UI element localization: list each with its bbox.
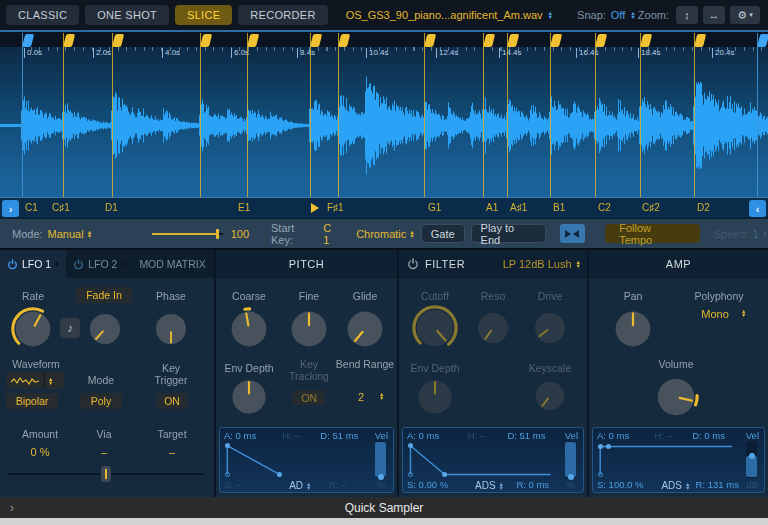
tab-classic[interactable]: CLASSIC xyxy=(6,5,79,25)
keyscale-knob[interactable] xyxy=(532,378,568,418)
amp-envelope-panel[interactable]: A: 0 ms H: – D: 0 ms Vel S: 100.0 % ADS▲… xyxy=(592,427,765,493)
slice-note-label[interactable]: C2 xyxy=(598,202,611,213)
slice-marker-line[interactable] xyxy=(424,33,425,197)
filter-envelope-panel[interactable]: A: 0 ms H: – D: 51 ms Vel S: 0.00 % ADS▲… xyxy=(402,427,584,493)
slice-note-label[interactable]: A♯1 xyxy=(510,202,527,213)
sustain-value[interactable]: S: 100.0 % xyxy=(597,479,643,490)
slice-marker-line[interactable] xyxy=(247,33,248,197)
slice-marker-line[interactable] xyxy=(483,33,484,197)
slice-flag[interactable] xyxy=(483,34,495,47)
follow-tempo-button[interactable]: Follow Tempo xyxy=(605,224,699,243)
slice-note-label[interactable]: E1 xyxy=(238,202,250,213)
envelope-node[interactable] xyxy=(598,472,603,477)
polyphony-value[interactable]: Mono xyxy=(684,308,746,320)
slice-flag[interactable] xyxy=(338,34,350,47)
slice-marker-line[interactable] xyxy=(595,33,596,197)
key-trigger-button[interactable]: ON xyxy=(157,393,187,409)
slice-marker-line[interactable] xyxy=(757,33,758,197)
envelope-graph[interactable] xyxy=(223,441,365,480)
slice-marker-line[interactable] xyxy=(640,33,641,197)
slice-flag[interactable] xyxy=(640,34,652,47)
vel-slider[interactable] xyxy=(375,441,386,478)
slice-flag[interactable] xyxy=(63,34,75,47)
start-key-value[interactable]: C 1 xyxy=(323,222,340,246)
slice-flag[interactable] xyxy=(694,34,706,47)
pitch-env-depth-knob[interactable] xyxy=(228,376,270,422)
filter-power-icon[interactable] xyxy=(407,258,419,270)
speed-selector[interactable]: Speed: 1 ▲▼ xyxy=(714,228,768,240)
via-value[interactable]: – xyxy=(82,446,126,458)
decay-value[interactable]: D: 51 ms xyxy=(320,430,358,441)
slice-flag[interactable] xyxy=(424,34,436,47)
envelope-node[interactable] xyxy=(408,472,413,477)
slice-note-label[interactable]: G1 xyxy=(428,202,441,213)
slice-note-label[interactable]: C♯1 xyxy=(52,202,70,213)
slice-flag[interactable] xyxy=(757,34,768,47)
envelope-mode-selector[interactable]: ADS▲▼ xyxy=(475,480,504,491)
fade-in-knob[interactable] xyxy=(86,310,124,352)
sensitivity-slider[interactable] xyxy=(152,228,223,240)
lfo-waveform-selector[interactable]: ▲▼ xyxy=(6,372,64,389)
vel-handle[interactable] xyxy=(749,453,755,459)
mode-value[interactable]: Manual xyxy=(48,228,84,240)
lfo-mode-value[interactable]: Poly xyxy=(80,393,122,409)
slice-marker-line[interactable] xyxy=(694,33,695,197)
gate-button[interactable]: Gate xyxy=(421,224,465,243)
release-value[interactable]: R: 0 ms xyxy=(516,479,549,490)
envelope-graph[interactable] xyxy=(406,441,555,480)
vel-slider[interactable] xyxy=(746,441,757,478)
drive-knob[interactable] xyxy=(531,309,569,351)
phase-knob[interactable] xyxy=(152,310,190,352)
scroll-right-button[interactable]: ‹ xyxy=(749,200,766,217)
slice-flag[interactable] xyxy=(22,34,34,47)
slice-note-label[interactable]: B1 xyxy=(553,202,565,213)
tempo-sync-button[interactable]: ♪ xyxy=(60,318,80,338)
envelope-mode-selector[interactable]: ADS▲▼ xyxy=(661,480,690,491)
attack-value[interactable]: A: 0 ms xyxy=(597,430,629,441)
tab-mod-matrix[interactable]: MOD MATRIX xyxy=(132,250,212,278)
slice-flag[interactable] xyxy=(310,34,322,47)
snap-selector[interactable]: Snap: Off ▲▼ xyxy=(577,9,636,21)
slice-marker-line[interactable] xyxy=(22,33,23,197)
waveform-display[interactable]: 0.0s2.0s4.0s6.0s8.4s10.4s12.4s14.4s16.4s… xyxy=(0,30,768,197)
slice-flag[interactable] xyxy=(247,34,259,47)
slice-flag[interactable] xyxy=(112,34,124,47)
slice-note-label[interactable]: A1 xyxy=(486,202,498,213)
envelope-graph[interactable] xyxy=(596,441,736,480)
attack-value[interactable]: A: 0 ms xyxy=(224,430,256,441)
slice-flag[interactable] xyxy=(200,34,212,47)
filter-type-value[interactable]: LP 12dB Lush xyxy=(503,258,572,270)
release-value[interactable]: R: 131 ms xyxy=(696,479,739,490)
tab-one-shot[interactable]: ONE SHOT xyxy=(85,5,169,25)
crossfade-button[interactable] xyxy=(560,224,585,243)
envelope-node[interactable] xyxy=(225,443,230,448)
sustain-value[interactable]: S: 0.00 % xyxy=(407,479,448,490)
slice-marker-line[interactable] xyxy=(338,33,339,197)
slice-marker-line[interactable] xyxy=(550,33,551,197)
decay-value[interactable]: D: 0 ms xyxy=(692,430,725,441)
fade-in-selector[interactable]: Fade In xyxy=(76,287,132,303)
lfo-amount-slider[interactable] xyxy=(8,466,204,482)
bipolar-button[interactable]: Bipolar xyxy=(6,393,58,409)
slice-note-label[interactable]: D1 xyxy=(105,202,118,213)
target-value[interactable]: – xyxy=(146,446,198,458)
play-to-end-button[interactable]: Play to End xyxy=(471,224,546,243)
coarse-knob[interactable] xyxy=(227,307,271,355)
disclosure-chevron-icon[interactable]: › xyxy=(10,501,14,515)
slice-flag[interactable] xyxy=(507,34,519,47)
slice-marker-line[interactable] xyxy=(507,33,508,197)
tab-recorder[interactable]: RECORDER xyxy=(238,5,327,25)
volume-knob[interactable] xyxy=(653,374,699,424)
slice-flag-strip[interactable] xyxy=(0,30,768,47)
filter-env-depth-knob[interactable] xyxy=(414,376,456,422)
pan-knob[interactable] xyxy=(611,307,655,355)
pitch-envelope-panel[interactable]: A: 0 ms H: – D: 51 ms Vel S: – AD▲▼ R: –… xyxy=(219,427,394,493)
attack-value[interactable]: A: 0 ms xyxy=(407,430,439,441)
sample-file-selector[interactable]: OS_GS3_90_piano...agnificent_Am.wav ▲▼ xyxy=(346,9,553,21)
slice-note-label[interactable]: C♯2 xyxy=(642,202,660,213)
rate-knob[interactable] xyxy=(11,307,55,355)
horizontal-zoom-button[interactable]: ↔ xyxy=(703,6,725,24)
reso-knob[interactable] xyxy=(474,309,512,351)
tab-lfo1[interactable]: LFO 1 xyxy=(0,250,66,278)
slice-marker-line[interactable] xyxy=(200,33,201,197)
